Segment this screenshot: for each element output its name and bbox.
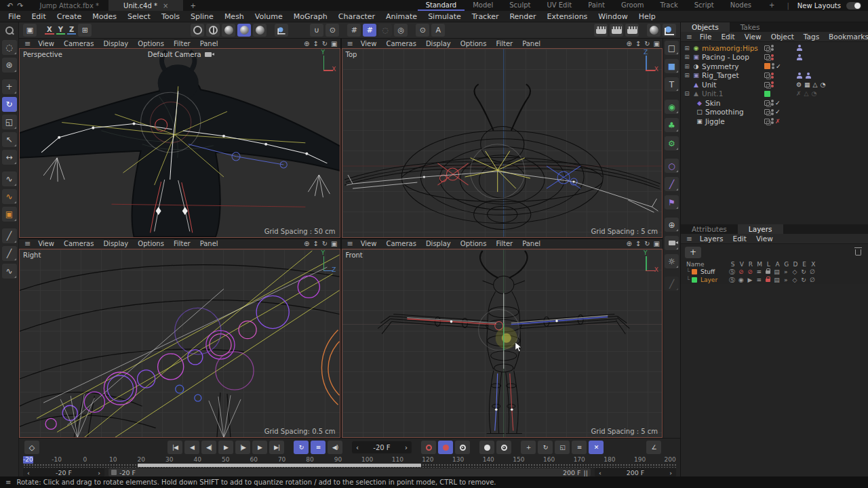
layout-tab[interactable]: Sculpt <box>501 0 538 11</box>
layout-tab[interactable]: Model <box>465 0 501 11</box>
orbit-icon[interactable]: ↻ <box>322 40 328 47</box>
viewport-menu-item[interactable]: Panel <box>517 240 545 247</box>
tree-item-mixamorig-hips[interactable]: ⊞ ◉ mixamorig:Hips <box>681 43 868 53</box>
visibility-dots[interactable] <box>771 81 774 87</box>
normal-tag-icon[interactable]: ◔ <box>821 81 826 88</box>
key-filter-button[interactable] <box>479 441 494 454</box>
lock-icon[interactable] <box>766 270 770 274</box>
layout-tab[interactable]: Nodes <box>722 0 760 11</box>
menubar-item[interactable]: Character <box>333 12 380 21</box>
redo-icon[interactable]: ↷ <box>17 1 23 10</box>
undo-icon[interactable]: ↶ <box>7 1 13 10</box>
expand-icon[interactable]: ⊞ <box>684 54 690 60</box>
cube-primitive-tool[interactable]: ■ <box>665 59 679 73</box>
spin-right-icon[interactable]: › <box>98 469 100 476</box>
key-interpolation-button[interactable] <box>496 441 511 454</box>
plane-primitive-tool[interactable]: □ <box>665 41 679 55</box>
tree-item-unit-1[interactable]: ⊟ ▲ Unit.1 ✗ △ ◔ <box>681 89 868 99</box>
frame-spin-left-icon[interactable]: ‹ <box>356 444 359 451</box>
orbit-icon[interactable]: ↻ <box>322 240 328 247</box>
expressions-icon[interactable]: ↻ <box>800 277 808 283</box>
maximize-icon[interactable]: ▣ <box>654 240 660 247</box>
menubar-item[interactable]: MoGraph <box>288 12 333 21</box>
tree-item-symmetry[interactable]: ⊞ ◑ Symmetry ✓ <box>681 62 868 71</box>
axis-lock-x[interactable]: X <box>45 26 54 35</box>
menubar-item[interactable]: Mesh <box>219 12 250 21</box>
viewport-menu-item[interactable]: Options <box>456 40 492 47</box>
layer-icon[interactable] <box>764 82 770 87</box>
add-layout-button[interactable]: + <box>761 0 783 11</box>
collapse-icon[interactable]: ⊟ <box>684 90 690 97</box>
viewport-menu-item[interactable]: Cameras <box>59 240 98 247</box>
viewport-canvas-top[interactable]: Top <box>342 48 663 238</box>
next-frame-button[interactable]: |▶ <box>235 441 250 454</box>
range-slider[interactable]: -20 F 200 F || <box>108 468 591 476</box>
range-slider-handle[interactable] <box>111 470 117 475</box>
keyframe-selection-button[interactable] <box>455 441 470 454</box>
viewport-menu-item[interactable]: Cameras <box>381 40 420 47</box>
hamburger-icon[interactable]: ≡ <box>344 39 356 48</box>
layout-tab[interactable]: Standard <box>418 0 465 11</box>
untriangulate-button[interactable]: ∪ <box>310 24 323 37</box>
spin-left-icon[interactable]: ‹ <box>27 469 30 476</box>
cursor-move-tool[interactable]: ↖ <box>2 132 17 147</box>
record-keyframe-button[interactable]: ◇ <box>24 441 39 454</box>
voxel-tool[interactable]: ▣ <box>2 207 17 222</box>
visibility-dots[interactable] <box>771 100 774 106</box>
key-position-button[interactable]: + <box>521 441 536 454</box>
dolly-icon[interactable]: ↕ <box>313 40 318 47</box>
viewport-menu-item[interactable]: Display <box>421 40 456 47</box>
layer-icon[interactable] <box>764 119 770 124</box>
visibility-dots[interactable] <box>771 45 774 51</box>
maximize-icon[interactable]: ▣ <box>331 40 337 47</box>
menubar-item[interactable]: Volume <box>250 12 288 21</box>
object-menu-item[interactable]: File <box>695 33 717 41</box>
layer-row-stuff[interactable]: └ Stuff Ⓢ ⊘ ⊘ ≡ ▤ » ◇ ↻ ∅ <box>681 268 868 276</box>
shading-gouraud-button[interactable] <box>237 24 251 37</box>
tab-attributes[interactable]: Attributes <box>681 224 738 234</box>
motion-tag-icon[interactable] <box>805 73 811 79</box>
layer-icon[interactable] <box>764 73 770 78</box>
grid-button[interactable]: # <box>347 24 361 37</box>
render-on-icon[interactable]: ▶ <box>745 277 754 283</box>
axis-lock-z[interactable]: Z <box>67 26 76 35</box>
viewport-canvas-front[interactable]: Front <box>342 249 663 439</box>
menubar-item[interactable]: Animate <box>380 12 422 21</box>
menubar-item[interactable]: Select <box>122 12 156 21</box>
auto-snap-button[interactable]: ⊙ <box>416 24 429 37</box>
next-key-button[interactable]: ▶ <box>252 441 267 454</box>
tree-item-pacing-loop[interactable]: ⊞ ▣ Pacing - Loop <box>681 53 868 62</box>
layout-tab[interactable]: Track <box>652 0 686 11</box>
menubar-item[interactable]: Create <box>52 12 87 21</box>
maximize-icon[interactable]: ▣ <box>331 240 337 247</box>
object-menu-item[interactable]: View <box>740 33 766 41</box>
enabled-check-icon[interactable]: ✓ <box>775 108 781 115</box>
menubar-item[interactable]: Tools <box>156 12 185 21</box>
camera-label[interactable]: Default Camera <box>20 51 340 58</box>
expand-icon[interactable]: ⊞ <box>684 45 690 52</box>
coordinate-system-button[interactable]: ⊞ <box>78 24 92 37</box>
enabled-check-icon[interactable]: ✓ <box>775 100 781 106</box>
timeline-ruler[interactable]: -20-100102030405060708090100110120130140… <box>22 456 677 468</box>
range-slider-end-handle[interactable]: || <box>584 469 588 476</box>
expressions-icon[interactable]: ↻ <box>800 268 808 275</box>
xref-icon[interactable]: ∅ <box>808 277 817 283</box>
live-selection-tool[interactable]: ◌ <box>2 40 17 55</box>
viewport-menu-item[interactable]: Filter <box>491 40 517 47</box>
document-tab-unit[interactable]: Unit.c4d * × <box>108 0 183 11</box>
disabled-cross-icon[interactable]: ✗ <box>775 118 781 125</box>
sky-tool[interactable]: ⊕ <box>665 218 679 232</box>
render-view-button[interactable] <box>594 24 608 37</box>
visibility-dots[interactable] <box>771 54 774 60</box>
texture-tag-icon[interactable]: ▦ <box>804 81 810 88</box>
ui-toggle[interactable] <box>846 2 861 9</box>
disabled-tag-icon[interactable]: ✗ <box>796 90 802 97</box>
render-settings-button[interactable] <box>625 24 639 37</box>
object-menu-item[interactable]: Bookmarks <box>824 33 868 41</box>
lock-icon[interactable] <box>766 279 770 282</box>
shading-constant-button[interactable] <box>191 24 204 37</box>
add-layer-button[interactable]: + <box>685 247 701 258</box>
tree-item-unit[interactable]: ▲ Unit ⚙ ▦ △ ◔ <box>681 80 868 89</box>
viewport-menu-item[interactable]: Filter <box>169 240 195 247</box>
deformer-tool[interactable]: ⚑ <box>665 195 679 209</box>
